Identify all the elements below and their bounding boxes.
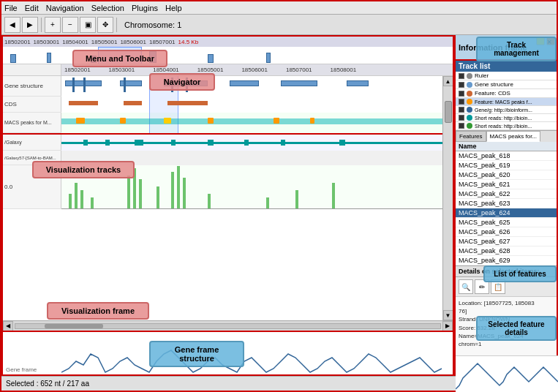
macs-peak-selected[interactable] [164,118,171,124]
track-check-reads2[interactable] [459,123,464,129]
cds-1 [69,101,98,105]
tab-features[interactable]: Features [456,131,486,142]
cov-10 [177,166,180,208]
detail-icon-edit[interactable]: ✏ [475,279,489,294]
track-item-reads1[interactable]: Short reads: http://bioin... [456,114,557,122]
h-scroll-left-btn[interactable]: ◀ [3,321,13,331]
scroll-up-btn[interactable]: ▲ [443,76,453,86]
detail-icon-search[interactable]: 🔍 [459,279,473,294]
macs-peak-4 [274,118,279,124]
toolbar: ◀ ▶ + − ▣ ✥ Chromosome: 1 [1,15,557,35]
cov-8 [157,186,159,208]
cov-5 [127,176,130,208]
gene-feat-4 [230,80,259,86]
menu-file[interactable]: File [4,4,18,12]
gal-sq-6 [244,140,249,146]
info-frame-title: Information frame [459,43,527,52]
detail-chrom: chrom=1 [459,340,554,348]
track-content-gene[interactable] [61,76,442,97]
feature-row-620[interactable]: MACS_peak_620 [456,170,557,180]
track-item-cds[interactable]: Feature: CDS [456,89,557,98]
track-item-reads2[interactable]: Short reads: http://bioin... [456,122,557,130]
toolbar-separator2 [116,18,117,32]
scroll-down-btn[interactable]: ▼ [443,310,453,320]
ruler-spacer [3,64,61,75]
detail-icon-copy[interactable]: 📋 [491,279,505,294]
menu-selection[interactable]: Selection [91,4,124,12]
track-check-bioinform[interactable] [459,107,464,113]
exon-4 [171,78,173,92]
track-check-gene[interactable] [459,82,464,88]
pos-6: 18507001 [286,67,312,73]
menu-edit[interactable]: Edit [25,4,39,12]
info-close-btn[interactable]: × [546,37,555,45]
exon-5 [186,78,188,92]
track-item-bioinform[interactable]: Gene/g: http://bioinform... [456,106,557,114]
track-dot-bioinform [467,107,472,113]
track-item-ruler[interactable]: Ruler [456,72,557,80]
h-scroll-track[interactable] [15,323,441,329]
macs-teal-bar [61,118,442,124]
feature-row-625[interactable]: MACS_peak_625 [456,218,557,227]
toolbar-move-btn[interactable]: ✥ [97,17,113,33]
toolbar-select-btn[interactable]: ▣ [80,17,96,33]
toolbar-zoom-in-btn[interactable]: + [45,17,61,33]
track-item-bioinform-label: Gene/g: http://bioinform... [475,108,532,113]
toolbar-zoom-out-btn[interactable]: − [62,17,78,33]
feature-row-621[interactable]: MACS_peak_621 [456,180,557,189]
info-minimize-btn[interactable] [536,37,545,45]
track-item-cds-label: Feature: CDS [475,90,510,97]
nav-feature-3 [91,56,97,63]
nav-highlight[interactable] [98,47,142,64]
menu-plugins[interactable]: Plugins [132,4,158,12]
track-label-bam: /Galaxy57-[SAM-to-BAM... [3,151,61,165]
scroll-track[interactable] [443,86,453,310]
feature-row-624[interactable]: MACS_peak_624 [456,208,557,218]
nav-track[interactable] [3,47,453,64]
track-check-macs[interactable] [459,99,464,105]
track-content-reads[interactable] [61,165,442,209]
pos-4: 18505001 [197,67,224,73]
track-content-galaxy[interactable] [61,135,442,151]
track-item-macs[interactable]: Feature: MACS peaks f... [456,98,557,106]
track-check-cds[interactable] [459,91,464,97]
info-frame-header: Information frame × Track management [456,35,557,61]
cov-6 [133,168,136,208]
track-content-cds[interactable] [61,97,442,113]
toolbar-forward-btn[interactable]: ▶ [22,17,38,33]
scroll-thumb[interactable] [445,101,452,123]
feature-row-618[interactable]: MACS_peak_618 [456,151,557,161]
exon-2 [83,78,86,92]
feature-row-623[interactable]: MACS_peak_623 [456,199,557,208]
h-scroll-right-btn[interactable]: ▶ [442,321,453,331]
tab-macs-peaks[interactable]: MACS peaks for... [486,131,540,142]
feature-row-622[interactable]: MACS_peak_622 [456,189,557,199]
track-item-gene[interactable]: Gene structure [456,80,557,89]
feature-row-629[interactable]: MACS_peak_629 [456,256,557,265]
menu-help[interactable]: Help [165,4,182,12]
track-row-galaxy: /Galaxy [3,135,442,151]
app-container: File Edit Navigation Selection Plugins H… [0,0,558,392]
feature-list: Features MACS peaks for... Name MACS_pea… [456,131,557,266]
menu-navigation[interactable]: Navigation [46,4,84,12]
tracks-main: Gene structure [3,76,442,320]
track-check-reads1[interactable] [459,115,464,121]
status-text: Selected : 652 nt / 217 aa [6,380,89,388]
track-label-galaxy: /Galaxy [3,135,61,150]
feature-row-628[interactable]: MACS_peak_628 [456,246,557,256]
toolbar-back-btn[interactable]: ◀ [4,17,20,33]
cov-11 [183,178,186,208]
macs-peak-2 [120,118,126,124]
toolbar-separator [41,18,42,32]
feature-tabs: Features MACS peaks for... [456,131,557,142]
viz-scrollbar[interactable]: ▲ ▼ [442,76,453,320]
track-check-ruler[interactable] [459,73,464,79]
gene-frame-svg [61,332,453,374]
h-scrollbar[interactable]: ◀ ▶ [3,320,453,331]
track-label-gene: Gene structure [3,76,61,96]
h-scroll-thumb[interactable] [45,324,103,328]
feature-row-627[interactable]: MACS_peak_627 [456,237,557,246]
track-content-macs[interactable] [61,113,442,133]
feature-row-619[interactable]: MACS_peak_619 [456,161,557,170]
feature-row-626[interactable]: MACS_peak_626 [456,227,557,237]
